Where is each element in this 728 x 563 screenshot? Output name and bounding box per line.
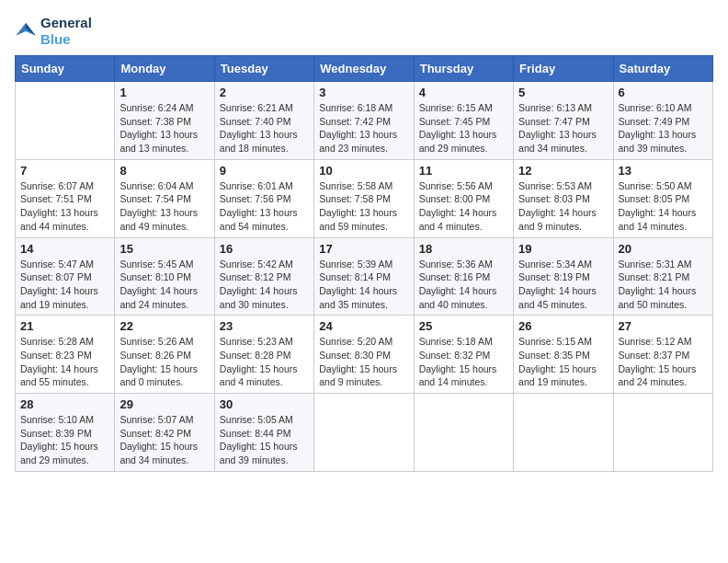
page-header: General Blue [15,15,713,48]
day-number: 28 [20,397,109,411]
day-info: Sunrise: 6:13 AMSunset: 7:47 PMDaylight:… [518,101,608,155]
calendar-cell: 4Sunrise: 6:15 AMSunset: 7:45 PMDaylight… [414,82,513,160]
day-number: 16 [220,242,309,256]
day-number: 11 [419,164,508,178]
calendar-cell [613,394,712,472]
weekday-header-friday: Friday [514,56,613,82]
day-info: Sunrise: 5:47 AMSunset: 8:07 PMDaylight:… [20,258,109,312]
day-number: 29 [119,397,209,411]
calendar-cell: 19Sunrise: 5:34 AMSunset: 8:19 PMDayligh… [514,237,613,316]
day-number: 19 [518,242,608,256]
day-info: Sunrise: 5:23 AMSunset: 8:28 PMDaylight:… [220,335,309,389]
day-number: 22 [119,319,209,333]
day-info: Sunrise: 5:53 AMSunset: 8:03 PMDaylight:… [518,179,608,234]
day-info: Sunrise: 5:12 AMSunset: 8:37 PMDaylight:… [619,335,708,389]
calendar-cell: 26Sunrise: 5:15 AMSunset: 8:35 PMDayligh… [514,316,613,394]
day-info: Sunrise: 6:10 AMSunset: 7:49 PMDaylight:… [619,101,708,155]
day-info: Sunrise: 6:04 AMSunset: 7:54 PMDaylight:… [119,179,209,234]
day-number: 17 [319,242,408,256]
calendar-cell: 27Sunrise: 5:12 AMSunset: 8:37 PMDayligh… [613,316,712,394]
calendar-cell: 30Sunrise: 5:05 AMSunset: 8:44 PMDayligh… [214,394,313,472]
day-info: Sunrise: 5:58 AMSunset: 7:58 PMDaylight:… [319,179,408,234]
day-number: 18 [419,242,508,256]
calendar-cell: 5Sunrise: 6:13 AMSunset: 7:47 PMDaylight… [514,82,613,160]
day-number: 25 [419,319,508,333]
logo-text: General Blue [40,15,92,48]
calendar-cell: 14Sunrise: 5:47 AMSunset: 8:07 PMDayligh… [16,237,115,316]
calendar-cell [314,394,414,472]
calendar-header: SundayMondayTuesdayWednesdayThursdayFrid… [16,56,713,82]
calendar-cell: 23Sunrise: 5:23 AMSunset: 8:28 PMDayligh… [214,316,313,394]
day-number: 20 [619,242,708,256]
weekday-header-monday: Monday [115,56,214,82]
day-info: Sunrise: 6:21 AMSunset: 7:40 PMDaylight:… [220,101,309,155]
calendar-cell: 2Sunrise: 6:21 AMSunset: 7:40 PMDaylight… [214,82,313,160]
day-info: Sunrise: 5:07 AMSunset: 8:42 PMDaylight:… [119,413,209,467]
day-info: Sunrise: 5:56 AMSunset: 8:00 PMDaylight:… [419,179,508,234]
day-info: Sunrise: 5:34 AMSunset: 8:19 PMDaylight:… [518,258,608,312]
day-info: Sunrise: 5:20 AMSunset: 8:30 PMDaylight:… [319,335,408,389]
calendar-cell: 21Sunrise: 5:28 AMSunset: 8:23 PMDayligh… [16,316,115,394]
day-info: Sunrise: 5:05 AMSunset: 8:44 PMDaylight:… [220,413,309,467]
day-info: Sunrise: 5:10 AMSunset: 8:39 PMDaylight:… [20,413,109,467]
day-number: 24 [319,319,408,333]
calendar-cell: 17Sunrise: 5:39 AMSunset: 8:14 PMDayligh… [314,237,414,316]
calendar-cell: 13Sunrise: 5:50 AMSunset: 8:05 PMDayligh… [613,159,712,237]
day-info: Sunrise: 5:39 AMSunset: 8:14 PMDaylight:… [319,258,408,312]
logo-bird-icon [15,20,37,42]
day-info: Sunrise: 5:50 AMSunset: 8:05 PMDaylight:… [619,179,708,234]
calendar-cell: 18Sunrise: 5:36 AMSunset: 8:16 PMDayligh… [414,237,513,316]
calendar-cell: 6Sunrise: 6:10 AMSunset: 7:49 PMDaylight… [613,82,712,160]
day-info: Sunrise: 6:15 AMSunset: 7:45 PMDaylight:… [419,101,508,155]
day-number: 26 [518,319,608,333]
day-info: Sunrise: 5:26 AMSunset: 8:26 PMDaylight:… [119,335,209,389]
calendar-cell: 7Sunrise: 6:07 AMSunset: 7:51 PMDaylight… [16,159,115,237]
day-number: 1 [119,86,209,99]
day-info: Sunrise: 5:36 AMSunset: 8:16 PMDaylight:… [419,258,508,312]
day-number: 30 [220,397,309,411]
day-info: Sunrise: 5:18 AMSunset: 8:32 PMDaylight:… [419,335,508,389]
day-info: Sunrise: 6:24 AMSunset: 7:38 PMDaylight:… [119,101,209,155]
weekday-header-saturday: Saturday [613,56,712,82]
weekday-header-tuesday: Tuesday [214,56,313,82]
weekday-header-thursday: Thursday [414,56,513,82]
day-number: 14 [20,242,109,256]
calendar-cell [414,394,513,472]
day-number: 9 [220,164,309,178]
weekday-header-sunday: Sunday [16,56,115,82]
day-number: 10 [319,164,408,178]
calendar-cell: 20Sunrise: 5:31 AMSunset: 8:21 PMDayligh… [613,237,712,316]
calendar-cell [16,82,115,160]
day-number: 21 [20,319,109,333]
calendar-cell: 9Sunrise: 6:01 AMSunset: 7:56 PMDaylight… [214,159,313,237]
day-info: Sunrise: 5:45 AMSunset: 8:10 PMDaylight:… [119,258,209,312]
calendar-cell: 3Sunrise: 6:18 AMSunset: 7:42 PMDaylight… [314,82,414,160]
day-number: 3 [319,86,408,99]
calendar-cell: 1Sunrise: 6:24 AMSunset: 7:38 PMDaylight… [115,82,214,160]
day-number: 2 [220,86,309,99]
day-number: 6 [619,86,708,99]
day-info: Sunrise: 6:01 AMSunset: 7:56 PMDaylight:… [220,179,309,234]
calendar-cell: 25Sunrise: 5:18 AMSunset: 8:32 PMDayligh… [414,316,513,394]
calendar-cell: 12Sunrise: 5:53 AMSunset: 8:03 PMDayligh… [514,159,613,237]
day-info: Sunrise: 6:07 AMSunset: 7:51 PMDaylight:… [20,179,109,234]
calendar-cell: 10Sunrise: 5:58 AMSunset: 7:58 PMDayligh… [314,159,414,237]
logo: General Blue [15,15,92,48]
calendar-cell: 11Sunrise: 5:56 AMSunset: 8:00 PMDayligh… [414,159,513,237]
day-number: 12 [518,164,608,178]
calendar-cell: 15Sunrise: 5:45 AMSunset: 8:10 PMDayligh… [115,237,214,316]
day-info: Sunrise: 5:15 AMSunset: 8:35 PMDaylight:… [518,335,608,389]
day-number: 5 [518,86,608,99]
day-number: 7 [20,164,109,178]
day-info: Sunrise: 6:18 AMSunset: 7:42 PMDaylight:… [319,101,408,155]
day-number: 23 [220,319,309,333]
day-number: 8 [119,164,209,178]
day-info: Sunrise: 5:42 AMSunset: 8:12 PMDaylight:… [220,258,309,312]
calendar-cell: 8Sunrise: 6:04 AMSunset: 7:54 PMDaylight… [115,159,214,237]
calendar-cell: 16Sunrise: 5:42 AMSunset: 8:12 PMDayligh… [214,237,313,316]
day-number: 27 [619,319,708,333]
day-number: 13 [619,164,708,178]
day-info: Sunrise: 5:28 AMSunset: 8:23 PMDaylight:… [20,335,109,389]
calendar-cell: 24Sunrise: 5:20 AMSunset: 8:30 PMDayligh… [314,316,414,394]
calendar-cell [514,394,613,472]
